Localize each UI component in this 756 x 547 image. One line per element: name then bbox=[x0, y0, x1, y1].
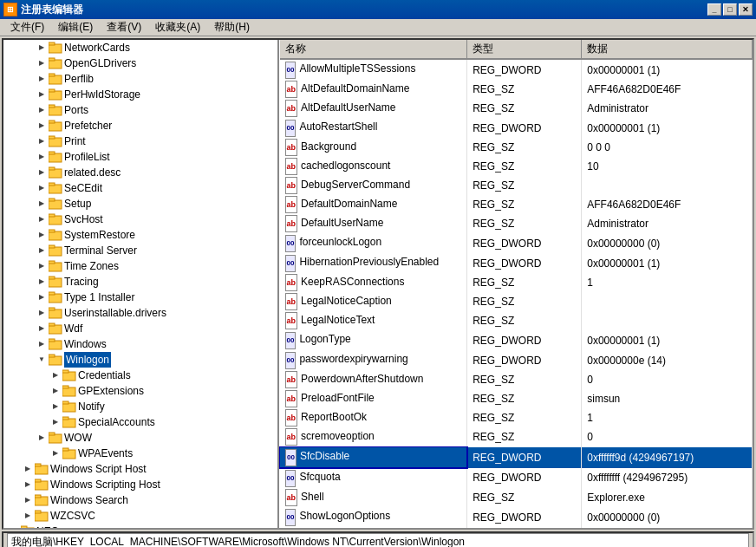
table-cell-data: Administrator bbox=[582, 214, 753, 233]
tree-node[interactable]: ▶WPAEvents bbox=[3, 446, 277, 461]
minimize-button[interactable]: _ bbox=[707, 3, 721, 16]
svg-rect-15 bbox=[49, 152, 55, 154]
table-row[interactable]: 00HibernationPreviouslyEnabledREG_DWORD0… bbox=[280, 253, 753, 273]
tree-node[interactable]: ▶Userinstallable.drivers bbox=[3, 305, 277, 321]
table-cell-data: AFF46A682D0E46F bbox=[582, 80, 753, 99]
string-icon: ab bbox=[285, 371, 298, 388]
table-cell-type: REG_SZ bbox=[467, 292, 582, 311]
table-pane[interactable]: 名称 类型 数据 00AllowMultipleTSSessionsREG_DW… bbox=[279, 40, 753, 528]
maximize-button[interactable]: □ bbox=[723, 3, 737, 16]
table-row[interactable]: 00passwordexpirywarningREG_DWORD0x000000… bbox=[280, 350, 753, 370]
tree-node[interactable]: ▶PerHwIdStorage bbox=[3, 87, 277, 102]
tree-node[interactable]: ▶Windows Search bbox=[3, 492, 277, 508]
tree-node-label: Wdf bbox=[64, 321, 82, 336]
tree-node[interactable]: ▶Windows bbox=[3, 336, 277, 352]
tree-node[interactable]: ▶ProfileList bbox=[3, 149, 277, 165]
tree-node[interactable]: ▶SystemRestore bbox=[3, 227, 277, 243]
col-type[interactable]: 类型 bbox=[467, 40, 582, 59]
tree-node-label: SpecialAccounts bbox=[78, 414, 155, 430]
menu-item[interactable]: 文件(F) bbox=[3, 18, 51, 36]
menu-item[interactable]: 帮助(H) bbox=[207, 18, 257, 36]
folder-icon bbox=[21, 525, 35, 528]
tree-node[interactable]: ▶Windows Script Host bbox=[3, 461, 277, 477]
table-cell-data: AFF46A682D0E46F bbox=[582, 195, 753, 214]
statusbar: 我的电脑\HKEY_LOCAL_MACHINE\SOFTWARE\Microso… bbox=[2, 531, 754, 547]
table-row[interactable]: abLegalNoticeCaptionREG_SZ bbox=[280, 292, 753, 311]
tree-node[interactable]: ▶Windows Scripting Host bbox=[3, 477, 277, 492]
table-row[interactable]: 00forceunlockLogonREG_DWORD0x00000000 (0… bbox=[280, 233, 753, 253]
tree-expander: ▶ bbox=[21, 478, 35, 492]
main-content: ▶NetworkCards▶OpenGLDrivers▶Perflib▶PerH… bbox=[2, 38, 754, 530]
tree-node[interactable]: ▶NetworkCards bbox=[3, 40, 277, 55]
table-row[interactable]: 00SfcDisableREG_DWORD0xffffff9d (4294967… bbox=[280, 447, 753, 468]
string-icon: ab bbox=[285, 312, 298, 329]
table-row[interactable]: abDebugServerCommandREG_SZ bbox=[280, 176, 753, 195]
tree-node[interactable]: ▶SpecialAccounts bbox=[3, 414, 277, 430]
tree-expander: ▶ bbox=[35, 306, 49, 320]
table-cell-name: abShutdownWithoutLogon bbox=[280, 527, 467, 528]
tree-node-label: SvcHost bbox=[64, 212, 103, 227]
tree-node[interactable]: ▼Winlogon bbox=[3, 352, 277, 368]
col-data[interactable]: 数据 bbox=[582, 40, 753, 59]
svg-rect-23 bbox=[49, 214, 55, 217]
tree-node[interactable]: ▶OpenGLDrivers bbox=[3, 55, 277, 71]
string-icon: ab bbox=[285, 81, 298, 98]
table-row[interactable]: abDefaultDomainNameREG_SZAFF46A682D0E46F bbox=[280, 195, 753, 214]
table-row[interactable]: abPowerdownAfterShutdownREG_SZ0 bbox=[280, 370, 753, 389]
tree-node[interactable]: ▶GPExtensions bbox=[3, 383, 277, 399]
table-cell-name: abShell bbox=[280, 488, 467, 507]
table-row[interactable]: 00AllowMultipleTSSessionsREG_DWORD0x0000… bbox=[280, 59, 753, 80]
table-row[interactable]: 00ShowLogonOptionsREG_DWORD0x00000000 (0… bbox=[280, 507, 753, 527]
menu-item[interactable]: 收藏夹(A) bbox=[148, 18, 207, 36]
table-row[interactable]: abPreloadFontFileREG_SZsimsun bbox=[280, 389, 753, 408]
table-row[interactable]: abShellREG_SZExplorer.exe bbox=[280, 488, 753, 507]
table-cell-type: REG_DWORD bbox=[467, 330, 582, 350]
tree-node[interactable]: ▶WZCSVC bbox=[3, 508, 277, 524]
menu-item[interactable]: 查看(V) bbox=[100, 18, 148, 36]
tree-node[interactable]: ▶Terminal Server bbox=[3, 243, 277, 258]
tree-node[interactable]: ▶Perflib bbox=[3, 71, 277, 87]
tree-node[interactable]: ▶Type 1 Installer bbox=[3, 290, 277, 305]
tree-node[interactable]: ▶Prefetcher bbox=[3, 118, 277, 133]
table-row[interactable]: 00SfcquotaREG_DWORD0xffffffff (429496729… bbox=[280, 468, 753, 489]
table-row[interactable]: abLegalNoticeTextREG_SZ bbox=[280, 311, 753, 330]
table-row[interactable]: 00AutoRestartShellREG_DWORD0x00000001 (1… bbox=[280, 118, 753, 138]
table-row[interactable]: abscremoveoptionREG_SZ0 bbox=[280, 427, 753, 447]
table-row[interactable]: 00LogonTypeREG_DWORD0x00000001 (1) bbox=[280, 330, 753, 350]
folder-icon bbox=[49, 229, 62, 241]
tree-node[interactable]: ▶Print bbox=[3, 133, 277, 149]
table-row[interactable]: abAltDefaultUserNameREG_SZAdministrator bbox=[280, 99, 753, 118]
tree-node[interactable]: ▶Time Zones bbox=[3, 258, 277, 274]
tree-node[interactable]: ▶WOW bbox=[3, 430, 277, 446]
table-row[interactable]: abDefaultUserNameREG_SZAdministrator bbox=[280, 214, 753, 233]
table-cell-name: 00passwordexpirywarning bbox=[280, 350, 467, 370]
table-row[interactable]: abcachedlogonscountREG_SZ10 bbox=[280, 157, 753, 176]
folder-icon bbox=[49, 135, 62, 147]
table-row[interactable]: abReportBootOkREG_SZ1 bbox=[280, 408, 753, 427]
tree-node[interactable]: ▶Setup bbox=[3, 196, 277, 212]
tree-expander: ▼ bbox=[35, 353, 49, 367]
tree-node[interactable]: ▶Ports bbox=[3, 102, 277, 118]
table-row[interactable]: abKeepRASConnectionsREG_SZ1 bbox=[280, 273, 753, 292]
tree-node[interactable]: ▶NEC bbox=[3, 524, 277, 528]
tree-pane[interactable]: ▶NetworkCards▶OpenGLDrivers▶Perflib▶PerH… bbox=[3, 40, 279, 528]
tree-node[interactable]: ▶SvcHost bbox=[3, 212, 277, 227]
table-cell-data bbox=[582, 311, 753, 330]
table-row[interactable]: abShutdownWithoutLogonREG_SZ0 bbox=[280, 527, 753, 528]
menu-item[interactable]: 编辑(E) bbox=[51, 18, 100, 36]
table-row[interactable]: abBackgroundREG_SZ0 0 0 bbox=[280, 138, 753, 157]
col-name[interactable]: 名称 bbox=[280, 40, 467, 59]
tree-node[interactable]: ▶SeCEdit bbox=[3, 180, 277, 196]
tree-node[interactable]: ▶Notify bbox=[3, 399, 277, 414]
close-button[interactable]: ✕ bbox=[739, 3, 753, 16]
table-cell-data: 0x00000001 (1) bbox=[582, 253, 753, 273]
tree-node[interactable]: ▶related.desc bbox=[3, 165, 277, 180]
tree-expander: ▶ bbox=[35, 197, 49, 211]
svg-rect-39 bbox=[49, 339, 55, 342]
tree-node[interactable]: ▶Tracing bbox=[3, 274, 277, 290]
table-row[interactable]: abAltDefaultDomainNameREG_SZAFF46A682D0E… bbox=[280, 80, 753, 99]
table-cell-name: abKeepRASConnections bbox=[280, 273, 467, 292]
tree-node[interactable]: ▶Wdf bbox=[3, 321, 277, 336]
tree-node[interactable]: ▶Credentials bbox=[3, 368, 277, 383]
folder-icon bbox=[49, 307, 62, 319]
